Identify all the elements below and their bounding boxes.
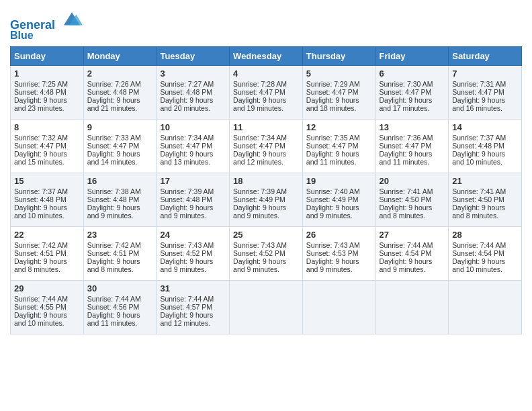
calendar-cell — [449, 281, 522, 334]
day-number: 21 — [452, 176, 518, 186]
calendar-cell: 16Sunrise: 7:38 AMSunset: 4:48 PMDayligh… — [83, 173, 157, 227]
calendar-cell: 30Sunrise: 7:44 AMSunset: 4:56 PMDayligh… — [83, 281, 157, 334]
calendar-cell: 14Sunrise: 7:37 AMSunset: 4:48 PMDayligh… — [449, 120, 522, 173]
calendar-cell: 20Sunrise: 7:41 AMSunset: 4:50 PMDayligh… — [375, 173, 449, 227]
day-number: 24 — [160, 230, 226, 240]
daylight: Daylight: 9 hours and 14 minutes. — [87, 150, 140, 166]
sunrise: Sunrise: 7:29 AM — [306, 80, 360, 88]
sunrise: Sunrise: 7:44 AM — [87, 295, 141, 303]
sunset: Sunset: 4:50 PM — [452, 195, 504, 203]
calendar-cell — [230, 281, 303, 334]
calendar-cell: 28Sunrise: 7:44 AMSunset: 4:54 PMDayligh… — [449, 227, 522, 281]
calendar-cell: 19Sunrise: 7:40 AMSunset: 4:49 PMDayligh… — [302, 173, 375, 227]
day-number: 5 — [306, 68, 372, 79]
sunrise: Sunrise: 7:43 AM — [233, 241, 287, 249]
col-header-wednesday: Wednesday — [230, 47, 303, 66]
sunrise: Sunrise: 7:33 AM — [87, 134, 141, 142]
sunrise: Sunrise: 7:42 AM — [14, 241, 68, 249]
day-number: 29 — [14, 283, 80, 293]
sunset: Sunset: 4:47 PM — [14, 142, 66, 150]
calendar-header-row: SundayMondayTuesdayWednesdayThursdayFrid… — [11, 47, 522, 66]
sunset: Sunset: 4:48 PM — [87, 88, 140, 96]
day-number: 3 — [160, 68, 226, 79]
sunset: Sunset: 4:52 PM — [233, 249, 285, 257]
daylight: Daylight: 9 hours and 12 minutes. — [160, 311, 213, 327]
calendar-cell: 25Sunrise: 7:43 AMSunset: 4:52 PMDayligh… — [230, 227, 303, 281]
sunrise: Sunrise: 7:40 AM — [306, 187, 360, 195]
sunset: Sunset: 4:47 PM — [233, 142, 285, 150]
daylight: Daylight: 9 hours and 9 minutes. — [160, 203, 213, 220]
day-number: 2 — [87, 68, 153, 79]
sunrise: Sunrise: 7:44 AM — [380, 241, 433, 249]
sunset: Sunset: 4:57 PM — [160, 303, 212, 311]
sunrise: Sunrise: 7:41 AM — [380, 187, 433, 195]
day-number: 16 — [87, 176, 153, 186]
day-number: 22 — [14, 230, 80, 240]
daylight: Daylight: 9 hours and 11 minutes. — [380, 150, 433, 166]
daylight: Daylight: 9 hours and 17 minutes. — [380, 96, 433, 112]
day-number: 20 — [380, 176, 445, 186]
sunrise: Sunrise: 7:43 AM — [306, 241, 360, 249]
calendar-cell: 7Sunrise: 7:31 AMSunset: 4:47 PMDaylight… — [449, 66, 522, 120]
day-number: 7 — [452, 68, 518, 79]
sunset: Sunset: 4:51 PM — [14, 249, 66, 257]
sunset: Sunset: 4:48 PM — [14, 88, 66, 96]
sunset: Sunset: 4:54 PM — [380, 249, 432, 257]
day-number: 6 — [380, 68, 445, 79]
daylight: Daylight: 9 hours and 8 minutes. — [87, 257, 140, 273]
calendar-week-row: 1Sunrise: 7:25 AMSunset: 4:48 PMDaylight… — [11, 66, 522, 120]
daylight: Daylight: 9 hours and 9 minutes. — [233, 203, 286, 220]
calendar-cell: 26Sunrise: 7:43 AMSunset: 4:53 PMDayligh… — [302, 227, 375, 281]
calendar-cell: 1Sunrise: 7:25 AMSunset: 4:48 PMDaylight… — [11, 66, 84, 120]
calendar-cell: 27Sunrise: 7:44 AMSunset: 4:54 PMDayligh… — [375, 227, 449, 281]
day-number: 4 — [233, 68, 299, 79]
calendar-cell: 13Sunrise: 7:36 AMSunset: 4:47 PMDayligh… — [375, 120, 449, 173]
daylight: Daylight: 9 hours and 21 minutes. — [87, 96, 140, 112]
sunrise: Sunrise: 7:43 AM — [160, 241, 214, 249]
calendar-cell: 5Sunrise: 7:29 AMSunset: 4:47 PMDaylight… — [302, 66, 375, 120]
sunrise: Sunrise: 7:44 AM — [14, 295, 68, 303]
calendar-cell — [375, 281, 449, 334]
col-header-saturday: Saturday — [449, 47, 522, 66]
calendar-cell: 10Sunrise: 7:34 AMSunset: 4:47 PMDayligh… — [157, 120, 230, 173]
day-number: 30 — [87, 283, 153, 293]
col-header-thursday: Thursday — [302, 47, 375, 66]
sunset: Sunset: 4:48 PM — [160, 88, 212, 96]
calendar-cell: 15Sunrise: 7:37 AMSunset: 4:48 PMDayligh… — [11, 173, 84, 227]
sunrise: Sunrise: 7:26 AM — [87, 80, 141, 88]
daylight: Daylight: 9 hours and 8 minutes. — [380, 203, 433, 220]
sunset: Sunset: 4:55 PM — [14, 303, 66, 311]
day-number: 13 — [380, 122, 445, 132]
day-number: 17 — [160, 176, 226, 186]
calendar-cell: 17Sunrise: 7:39 AMSunset: 4:48 PMDayligh… — [157, 173, 230, 227]
sunset: Sunset: 4:54 PM — [452, 249, 504, 257]
daylight: Daylight: 9 hours and 23 minutes. — [14, 96, 67, 112]
day-number: 27 — [380, 230, 445, 240]
day-number: 8 — [14, 122, 80, 132]
logo-icon — [61, 7, 83, 29]
daylight: Daylight: 9 hours and 9 minutes. — [233, 257, 286, 273]
calendar-week-row: 29Sunrise: 7:44 AMSunset: 4:55 PMDayligh… — [11, 281, 522, 334]
day-number: 1 — [14, 68, 80, 79]
daylight: Daylight: 9 hours and 9 minutes. — [306, 203, 359, 220]
sunrise: Sunrise: 7:44 AM — [452, 241, 506, 249]
calendar-cell: 21Sunrise: 7:41 AMSunset: 4:50 PMDayligh… — [449, 173, 522, 227]
day-number: 26 — [306, 230, 372, 240]
sunrise: Sunrise: 7:37 AM — [452, 134, 506, 142]
day-number: 11 — [233, 122, 299, 132]
sunset: Sunset: 4:47 PM — [452, 88, 504, 96]
sunset: Sunset: 4:48 PM — [14, 195, 66, 203]
sunrise: Sunrise: 7:42 AM — [87, 241, 141, 249]
calendar-body: 1Sunrise: 7:25 AMSunset: 4:48 PMDaylight… — [11, 66, 522, 334]
sunset: Sunset: 4:53 PM — [306, 249, 359, 257]
sunset: Sunset: 4:47 PM — [87, 142, 140, 150]
calendar-cell: 8Sunrise: 7:32 AMSunset: 4:47 PMDaylight… — [11, 120, 84, 173]
sunset: Sunset: 4:52 PM — [160, 249, 212, 257]
daylight: Daylight: 9 hours and 10 minutes. — [14, 203, 67, 220]
calendar-week-row: 22Sunrise: 7:42 AMSunset: 4:51 PMDayligh… — [11, 227, 522, 281]
sunrise: Sunrise: 7:30 AM — [380, 80, 433, 88]
daylight: Daylight: 9 hours and 11 minutes. — [87, 311, 140, 327]
sunrise: Sunrise: 7:28 AM — [233, 80, 287, 88]
daylight: Daylight: 9 hours and 18 minutes. — [306, 96, 359, 112]
calendar-cell: 4Sunrise: 7:28 AMSunset: 4:47 PMDaylight… — [230, 66, 303, 120]
